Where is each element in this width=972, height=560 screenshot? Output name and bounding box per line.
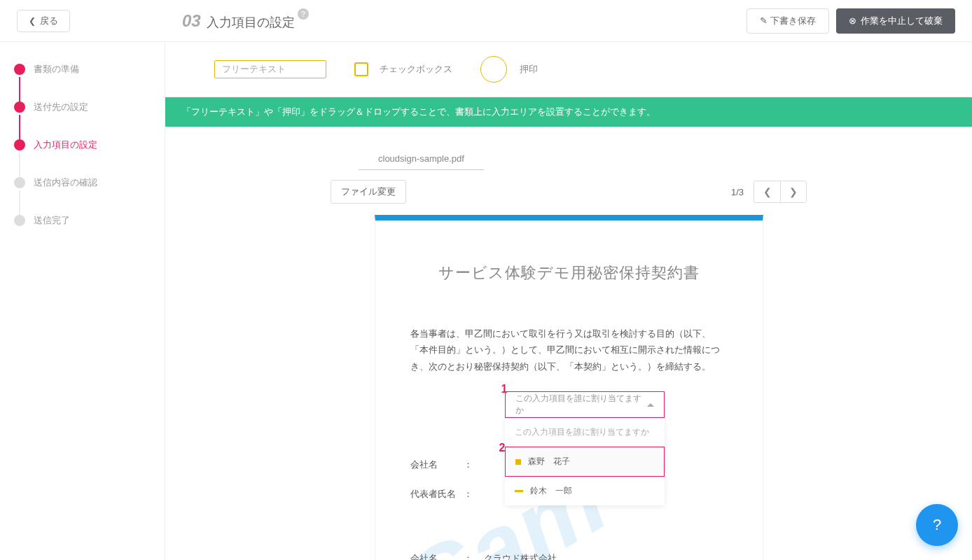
page-count: 1/3: [731, 187, 744, 197]
person-color-icon: [515, 490, 523, 492]
step-label: 入力項目の設定: [34, 139, 97, 151]
cancel-discard-button[interactable]: ⊗ 作業を中止して破棄: [836, 8, 955, 34]
annotation-2: 2: [499, 442, 506, 454]
option-label: 森野 花子: [528, 456, 570, 468]
doc-label-company: 会社名: [410, 458, 464, 471]
help-fab-button[interactable]: ?: [916, 504, 958, 546]
tool-stamp[interactable]: 押印: [480, 56, 538, 83]
person-color-icon: [515, 459, 521, 465]
chevron-right-icon: ❯: [789, 186, 798, 197]
document-title: サービス体験デモ用秘密保持契約書: [410, 262, 728, 284]
stamp-circle-icon: [480, 56, 507, 83]
main: 書類の準備 送付先の設定 入力項目の設定 送信内容の確認 送信完了 フリーテキス…: [0, 42, 972, 560]
edit-icon: ✎: [760, 15, 770, 26]
step-dot-icon: [14, 177, 25, 188]
back-label: 戻る: [40, 15, 58, 27]
back-button[interactable]: ❮ 戻る: [17, 10, 70, 32]
chevron-left-icon: ❮: [763, 186, 772, 197]
dropdown-option-morino[interactable]: 森野 花子: [505, 447, 665, 477]
step-dot-icon: [14, 139, 25, 150]
question-icon: ?: [933, 516, 941, 533]
doc-label-representative: 代表者氏名: [410, 488, 464, 500]
file-change-button[interactable]: ファイル変更: [331, 180, 406, 204]
file-controls: ファイル変更 1/3 ❮ ❯: [331, 180, 807, 204]
step-label: 送信内容の確認: [34, 176, 97, 189]
step-dot-icon: [14, 102, 25, 113]
document-paragraph: 各当事者は、甲乙間において取引を行う又は取引を検討する目的（以下、「本件目的」と…: [410, 326, 728, 374]
content: フリーテキスト チェックボックス 押印 「フリーテキスト」や「押印」をドラッグ＆…: [165, 42, 972, 560]
assignee-select[interactable]: この入力項目を誰に割り当てますか: [505, 391, 665, 418]
help-icon[interactable]: ?: [298, 8, 309, 20]
nav-buttons: ❮ ❯: [754, 181, 807, 203]
step-complete: 送信完了: [14, 214, 151, 227]
dropdown-option-placeholder[interactable]: この入力項目を誰に割り当てますか: [505, 418, 665, 447]
tool-stamp-label: 押印: [520, 63, 538, 76]
doc-row-company2: 会社名 ： クラウド株式会社: [410, 552, 728, 560]
dropdown-option-suzuki[interactable]: 鈴木 一郎: [505, 477, 665, 505]
file-tab[interactable]: cloudsign-sample.pdf: [359, 148, 484, 170]
tool-checkbox[interactable]: チェックボックス: [354, 62, 452, 76]
tool-checkbox-label: チェックボックス: [380, 63, 452, 76]
hint-text: 「フリーテキスト」や「押印」をドラッグ＆ドロップすることで、書類上に入力エリアを…: [182, 106, 655, 117]
doc-value-company2: クラウド株式会社: [484, 552, 557, 560]
toolbar: フリーテキスト チェックボックス 押印: [165, 42, 972, 97]
next-page-button[interactable]: ❯: [780, 181, 807, 203]
prev-page-button[interactable]: ❮: [754, 181, 780, 203]
header: ❮ 戻る 03 入力項目の設定 ? ✎ 下書き保存 ⊗ 作業を中止して破棄: [0, 0, 972, 42]
step-label: 送付先の設定: [34, 101, 88, 113]
tool-freetext[interactable]: フリーテキスト: [214, 60, 326, 78]
page-nav: 1/3 ❮ ❯: [731, 181, 807, 203]
draft-save-button[interactable]: ✎ 下書き保存: [747, 8, 829, 34]
draft-save-label: 下書き保存: [770, 15, 816, 26]
assignee-dropdown: 1 この入力項目を誰に割り当てますか 2 この入力項目を誰に割り当てますか 森野…: [505, 391, 665, 505]
option-label: この入力項目を誰に割り当てますか: [515, 426, 649, 438]
header-actions: ✎ 下書き保存 ⊗ 作業を中止して破棄: [747, 8, 955, 34]
step-title: 入力項目の設定: [207, 14, 295, 31]
file-name: cloudsign-sample.pdf: [378, 153, 464, 164]
hint-bar: 「フリーテキスト」や「押印」をドラッグ＆ドロップすることで、書類上に入力エリアを…: [165, 97, 972, 127]
cancel-icon: ⊗: [849, 15, 856, 26]
step-dot-icon: [14, 215, 25, 226]
file-tab-bar: cloudsign-sample.pdf: [352, 148, 786, 170]
step-number: 03: [182, 11, 201, 31]
file-change-label: ファイル変更: [341, 186, 396, 197]
tool-freetext-label: フリーテキスト: [222, 63, 286, 76]
page-title: 03 入力項目の設定 ?: [182, 11, 312, 31]
document-area: cloudsign-sample.pdf ファイル変更 1/3 ❮ ❯: [165, 127, 972, 560]
assignee-dropdown-list: この入力項目を誰に割り当てますか 森野 花子 鈴木 一郎: [505, 418, 665, 505]
step-input-fields[interactable]: 入力項目の設定: [14, 139, 151, 151]
step-recipients[interactable]: 送付先の設定: [14, 101, 151, 113]
cancel-discard-label: 作業を中止して破棄: [861, 15, 943, 27]
chevron-left-icon: ❮: [29, 16, 36, 26]
doc-label-company2: 会社名: [410, 552, 464, 560]
step-label: 送信完了: [34, 214, 70, 227]
step-dot-icon: [14, 64, 25, 75]
option-label: 鈴木 一郎: [530, 485, 572, 497]
step-confirm: 送信内容の確認: [14, 176, 151, 189]
annotation-1: 1: [501, 383, 508, 396]
caret-up-icon: [647, 403, 654, 407]
assignee-placeholder: この入力項目を誰に割り当てますか: [515, 393, 647, 416]
step-document-prep[interactable]: 書類の準備: [14, 63, 151, 76]
document-preview[interactable]: Sam サービス体験デモ用秘密保持契約書 各当事者は、甲乙間において取引を行う又…: [375, 215, 763, 560]
step-label: 書類の準備: [34, 63, 79, 76]
sidebar: 書類の準備 送付先の設定 入力項目の設定 送信内容の確認 送信完了: [0, 42, 165, 560]
checkbox-icon: [354, 62, 368, 76]
